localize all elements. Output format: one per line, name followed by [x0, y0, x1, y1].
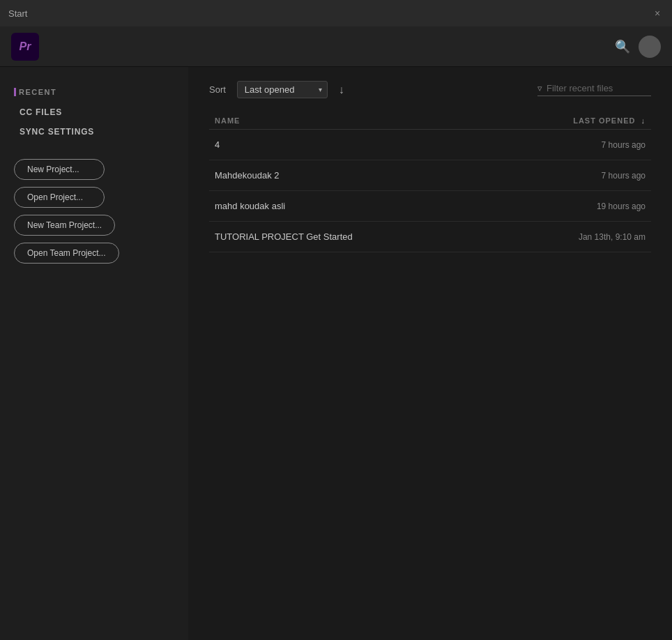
header: Pr 🔍 — [0, 26, 672, 67]
top-bar: Start × — [0, 0, 672, 26]
file-name: TUTORIAL PROJECT Get Started — [209, 222, 492, 252]
file-last-opened: 7 hours ago — [492, 130, 651, 160]
file-name: mahd koudak asli — [209, 191, 492, 222]
file-name: Mahdekoudak 2 — [209, 160, 492, 191]
sort-select-wrapper: Last opened Name Size ▾ — [237, 81, 328, 98]
col-name-header[interactable]: NAME — [209, 112, 492, 130]
new-project-button[interactable]: New Project... — [14, 159, 105, 180]
sidebar-buttons: New Project... Open Project... New Team … — [14, 159, 174, 264]
open-team-project-button[interactable]: Open Team Project... — [14, 243, 119, 264]
filter-icon: ▿ — [537, 83, 542, 93]
table-row[interactable]: Mahdekoudak 2 7 hours ago — [209, 160, 651, 191]
table-row[interactable]: 4 7 hours ago — [209, 130, 651, 160]
file-name: 4 — [209, 130, 492, 160]
file-last-opened: 7 hours ago — [492, 160, 651, 191]
new-team-project-button[interactable]: New Team Project... — [14, 215, 115, 236]
close-icon[interactable]: × — [651, 7, 664, 20]
sort-direction-button[interactable]: ↓ — [336, 84, 347, 96]
sidebar-item-cc-files[interactable]: CC FILES — [14, 105, 174, 120]
files-table: NAME LAST OPENED ↓ 4 7 hours ago Mahdeko… — [209, 112, 651, 252]
filter-bar: Sort Last opened Name Size ▾ ↓ ▿ — [209, 81, 651, 98]
col-last-opened-header[interactable]: LAST OPENED ↓ — [492, 112, 651, 130]
file-last-opened: Jan 13th, 9:10 am — [492, 222, 651, 252]
file-last-opened: 19 hours ago — [492, 191, 651, 222]
content-area: Sort Last opened Name Size ▾ ↓ ▿ NAME — [188, 67, 672, 640]
avatar[interactable] — [639, 36, 661, 58]
open-project-button[interactable]: Open Project... — [14, 187, 105, 208]
top-bar-title: Start — [8, 8, 27, 19]
sidebar: RECENT CC FILES SYNC SETTINGS New Projec… — [0, 67, 188, 640]
sidebar-section-label: RECENT — [14, 88, 174, 96]
sort-label: Sort — [209, 84, 226, 95]
app-logo: Pr — [11, 33, 39, 61]
sort-select[interactable]: Last opened Name Size — [237, 81, 328, 98]
main-layout: RECENT CC FILES SYNC SETTINGS New Projec… — [0, 67, 672, 640]
table-row[interactable]: TUTORIAL PROJECT Get Started Jan 13th, 9… — [209, 222, 651, 252]
table-row[interactable]: mahd koudak asli 19 hours ago — [209, 191, 651, 222]
filter-input-wrapper: ▿ — [537, 83, 651, 96]
filter-recent-files-input[interactable] — [547, 83, 651, 93]
logo-text: Pr — [20, 40, 31, 53]
search-icon[interactable]: 🔍 — [615, 39, 630, 54]
sidebar-item-sync-settings[interactable]: SYNC SETTINGS — [14, 124, 174, 139]
table-header-row: NAME LAST OPENED ↓ — [209, 112, 651, 130]
sort-arrow-icon: ↓ — [641, 116, 646, 125]
